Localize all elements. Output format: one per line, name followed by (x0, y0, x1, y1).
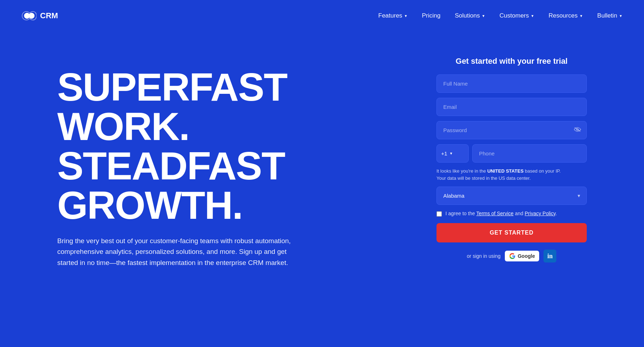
hero-headline: SUPERFASTWORK.STEADFASTGROWTH. (57, 67, 329, 225)
nav-item-resources[interactable]: Resources ▼ (548, 12, 583, 19)
signup-form-card: Get started with your free trial (436, 53, 587, 262)
nav-item-features[interactable]: Features ▼ (378, 12, 408, 19)
password-input[interactable] (436, 121, 587, 139)
terms-text: I agree to the Terms of Service and Priv… (445, 211, 557, 216)
nav-pricing-label: Pricing (422, 12, 440, 19)
google-signin-button[interactable]: Google (505, 251, 539, 261)
phone-group: +1 ▼ (436, 144, 587, 163)
get-started-button[interactable]: GET STARTED (436, 223, 587, 242)
nav-resources-label: Resources (548, 12, 577, 19)
phone-input[interactable] (472, 144, 587, 163)
resources-chevron-icon: ▼ (579, 14, 583, 18)
nav-item-solutions[interactable]: Solutions ▼ (455, 12, 485, 19)
email-group (436, 98, 587, 116)
terms-row: I agree to the Terms of Service and Priv… (436, 211, 587, 217)
phone-country-selector[interactable]: +1 ▼ (436, 144, 469, 163)
state-select[interactable]: Alabama Alaska Arizona Arkansas Californ… (436, 187, 587, 205)
brand-name: CRM (40, 11, 58, 20)
data-center-notice: Your data will be stored in the US data … (436, 175, 531, 181)
terms-checkbox[interactable] (436, 211, 442, 217)
ip-notice-prefix: It looks like you're in the (436, 168, 487, 174)
customers-chevron-icon: ▼ (531, 14, 534, 18)
google-icon (509, 253, 516, 259)
ip-notice: It looks like you're in the UNITED STATE… (436, 168, 587, 182)
ip-country: UNITED STATES (487, 168, 523, 174)
state-group: Alabama Alaska Arizona Arkansas Californ… (436, 187, 587, 205)
country-code: +1 (441, 150, 447, 156)
email-input[interactable] (436, 98, 587, 116)
nav-item-bulletin[interactable]: Bulletin ▼ (597, 12, 623, 19)
hero-section: SUPERFASTWORK.STEADFASTGROWTH. Bring the… (0, 32, 644, 347)
hero-right: Get started with your free trial (436, 53, 587, 262)
linkedin-signin-button[interactable]: in (543, 250, 556, 262)
full-name-input[interactable] (436, 74, 587, 93)
nav-bulletin-label: Bulletin (597, 12, 617, 19)
nav-item-customers[interactable]: Customers ▼ (499, 12, 534, 19)
ip-notice-suffix: based on your IP. (523, 168, 561, 174)
terms-of-service-link[interactable]: Terms of Service (476, 211, 513, 216)
nav-features-label: Features (378, 12, 402, 19)
navbar: CRM Features ▼ Pricing Solutions ▼ Custo… (0, 0, 644, 32)
privacy-policy-link[interactable]: Privacy Policy (525, 211, 556, 216)
google-label: Google (518, 253, 535, 259)
hero-left: SUPERFASTWORK.STEADFASTGROWTH. Bring the… (57, 53, 329, 268)
solutions-chevron-icon: ▼ (482, 14, 485, 18)
full-name-group (436, 74, 587, 93)
logo-icon (21, 11, 36, 21)
social-signin-label: or sign in using (467, 253, 501, 259)
phone-country-chevron-icon: ▼ (449, 151, 453, 155)
nav-solutions-label: Solutions (455, 12, 480, 19)
hero-subtext: Bring the very best out of your customer… (57, 236, 293, 268)
linkedin-icon: in (547, 252, 553, 260)
password-group (436, 121, 587, 139)
toggle-password-icon[interactable] (574, 126, 581, 134)
nav-links: Features ▼ Pricing Solutions ▼ Customers… (378, 12, 623, 19)
bulletin-chevron-icon: ▼ (619, 14, 623, 18)
logo[interactable]: CRM (21, 11, 58, 21)
nav-item-pricing[interactable]: Pricing (422, 12, 440, 19)
form-title: Get started with your free trial (436, 57, 587, 66)
features-chevron-icon: ▼ (404, 14, 408, 18)
nav-customers-label: Customers (499, 12, 529, 19)
social-signin-row: or sign in using Google in (436, 250, 587, 262)
